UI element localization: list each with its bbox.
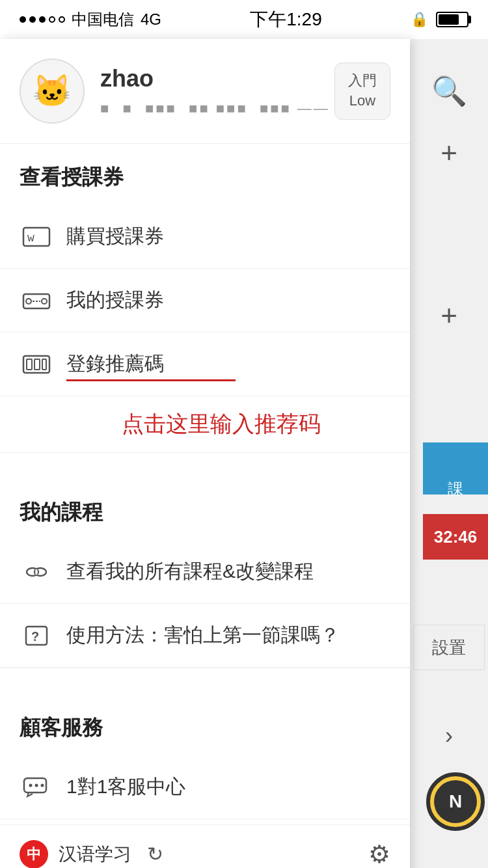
section-header-service: 顧客服務 <box>0 694 410 755</box>
signal-dots <box>20 16 65 23</box>
svg-text:?: ? <box>31 629 39 644</box>
settings-panel-text: 設置 <box>432 636 466 659</box>
circle-n-badge: N <box>426 772 485 831</box>
settings-panel-button[interactable]: 設置 <box>413 625 485 670</box>
status-left: 中国电信 4G <box>20 9 161 30</box>
courses-icon <box>20 559 53 585</box>
avatar-face: 🐱 <box>21 59 83 124</box>
coupon-mine-icon <box>20 288 53 314</box>
chat-icon <box>20 774 53 800</box>
timer-text: 32:46 <box>434 527 478 547</box>
spacer-1 <box>0 453 410 479</box>
bottom-chinese-label: 汉语学习 <box>59 842 131 867</box>
buy-coupon-label: 購買授課券 <box>66 223 164 250</box>
section-header-coupon: 查看授課券 <box>0 144 410 205</box>
profile-section[interactable]: 🐱 zhao ■ ■ ■■■ ■■ ■■■ ■■■ —— 入門 Low <box>0 39 410 143</box>
signal-dot-2 <box>29 16 36 23</box>
svg-rect-7 <box>27 359 32 370</box>
my-coupon-label: 我的授課券 <box>66 287 164 314</box>
chinese-icon: 中 <box>20 840 48 869</box>
carrier-label: 中国电信 <box>72 9 134 30</box>
network-label: 4G <box>141 10 161 29</box>
menu-item-how-to[interactable]: ? 使用方法：害怕上第一節課嗎？ <box>0 604 410 668</box>
menu-item-all-courses[interactable]: 查看我的所有課程&改變課程 <box>0 540 410 604</box>
blue-course-button[interactable]: 課 <box>423 442 488 495</box>
main-container: 🐱 zhao ■ ■ ■■■ ■■ ■■■ ■■■ —— 入門 Low 查看授課… <box>0 39 488 868</box>
svg-point-16 <box>29 783 33 787</box>
signal-dot-4 <box>49 16 55 23</box>
menu-item-buy-coupon[interactable]: w 購買授課券 <box>0 205 410 269</box>
battery-indicator <box>436 12 468 27</box>
battery-fill <box>439 14 459 25</box>
avatar: 🐱 <box>20 59 85 124</box>
plus-mid-icon[interactable]: + <box>441 299 457 332</box>
svg-rect-9 <box>42 359 46 370</box>
right-arrow-icon[interactable]: › <box>445 722 453 750</box>
level-line1: 入門 <box>348 71 377 91</box>
time-display: 下午1:29 <box>250 7 322 32</box>
bottom-bar: 中 汉语学习 ↻ ⚙ <box>0 824 410 868</box>
svg-point-3 <box>26 299 31 304</box>
svg-point-17 <box>35 783 38 787</box>
signal-dot-5 <box>59 16 65 23</box>
svg-text:w: w <box>27 230 34 244</box>
menu-item-my-coupon[interactable]: 我的授課券 <box>0 269 410 332</box>
settings-icon[interactable]: ⚙ <box>368 840 390 869</box>
sidebar-drawer: 🐱 zhao ■ ■ ■■■ ■■ ■■■ ■■■ —— 入門 Low 查看授課… <box>0 39 410 868</box>
referral-label: 登錄推薦碼 <box>66 351 164 377</box>
how-to-label: 使用方法：害怕上第一節課嗎？ <box>66 622 340 649</box>
status-right: 🔒 <box>411 11 468 28</box>
referral-icon <box>20 351 53 377</box>
signal-dot-3 <box>39 16 46 23</box>
chinese-icon-text: 中 <box>27 845 41 864</box>
search-icon[interactable]: 🔍 <box>423 65 475 117</box>
svg-rect-8 <box>34 359 40 370</box>
coupon-buy-icon: w <box>20 224 53 250</box>
spacer-2 <box>0 668 410 694</box>
menu-item-support[interactable]: 1對1客服中心 <box>0 755 410 819</box>
all-courses-label: 查看我的所有課程&改變課程 <box>66 558 314 585</box>
help-icon: ? <box>20 623 53 649</box>
signal-dot-1 <box>20 16 26 23</box>
bottom-left[interactable]: 中 汉语学习 ↻ <box>20 840 163 869</box>
plus-top-icon[interactable]: + <box>441 137 457 169</box>
profile-dots-text: ■ ■ ■■■ ■■ ■■■ ■■■ —— <box>100 100 330 117</box>
support-label: 1對1客服中心 <box>66 774 185 800</box>
svg-point-18 <box>41 783 44 787</box>
svg-point-4 <box>42 299 47 304</box>
right-panel: 🔍 + + 課 32:46 設置 › N <box>410 39 488 868</box>
refresh-icon[interactable]: ↻ <box>147 843 163 865</box>
circle-n-inner: N <box>434 780 477 823</box>
annotation-referral: 点击这里输入推荐码 <box>0 396 410 452</box>
level-line2: Low <box>348 91 377 111</box>
menu-item-referral[interactable]: 登錄推薦碼 <box>0 332 410 396</box>
level-badge: 入門 Low <box>334 62 390 120</box>
red-timer: 32:46 <box>423 514 488 560</box>
lock-icon: 🔒 <box>411 11 428 28</box>
section-header-courses: 我的課程 <box>0 479 410 540</box>
status-bar: 中国电信 4G 下午1:29 🔒 <box>0 0 488 39</box>
